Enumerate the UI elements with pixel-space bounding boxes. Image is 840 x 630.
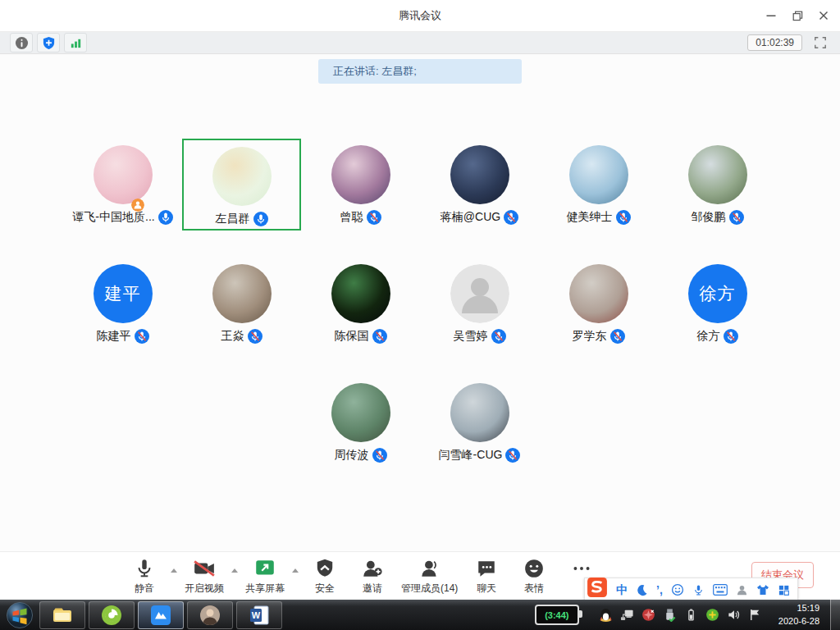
taskbar-app-contacts[interactable] [187, 601, 233, 629]
toolbox-icon[interactable] [778, 584, 790, 596]
participant-avatar [569, 145, 628, 204]
participant-name-row: 健美绅士 [567, 210, 631, 225]
voice-input-icon[interactable] [692, 584, 705, 596]
participant-name-row: 徐方 [697, 329, 738, 344]
participant-name: 王焱 [221, 329, 244, 344]
participant-tile[interactable]: 吴雪婷 [420, 258, 539, 349]
participant-tile[interactable]: 谭飞-中国地质... [63, 139, 182, 231]
window-title: 腾讯会议 [399, 8, 441, 23]
mic-on-icon [158, 210, 173, 225]
emoji-icon [523, 557, 545, 580]
emoji-input-icon[interactable] [671, 583, 684, 596]
mic-on-icon [253, 212, 268, 226]
security-shield-icon[interactable] [37, 33, 60, 52]
battery-timer-badge[interactable]: (3:44) [535, 605, 579, 625]
toolbar-chat-button[interactable]: 聊天 [465, 557, 508, 596]
caret-up-icon[interactable] [231, 568, 238, 573]
participant-tile[interactable]: 左昌群 [182, 139, 301, 231]
taskbar-app-browser-360[interactable] [89, 601, 135, 629]
participant-name-row: 邹俊鹏 [692, 210, 744, 225]
user-dict-icon[interactable] [736, 584, 748, 596]
ime-bar: 中’, [584, 578, 798, 602]
toolbar-invite-button[interactable]: 邀请 [351, 557, 394, 596]
usb-safe-icon[interactable] [662, 607, 678, 623]
toolbar-button-label: 共享屏幕 [245, 582, 285, 596]
participant-name: 健美绅士 [567, 210, 613, 225]
mic-muted-icon [491, 329, 506, 344]
participant-tile[interactable]: 陈保国 [301, 258, 420, 349]
statusbar: 01:02:39 [0, 32, 840, 54]
participant-name: 周传波 [335, 448, 369, 463]
participant-avatar: 建平 [94, 264, 153, 323]
close-button[interactable] [810, 0, 837, 31]
participant-tile[interactable]: 蒋楠@CUG [420, 139, 539, 231]
taskbar-app-explorer[interactable] [39, 601, 85, 629]
toolbar-microphone-button[interactable]: 静音 [123, 557, 166, 596]
participant-tile[interactable]: 闫雪峰-CUG [420, 377, 539, 468]
toolbar-button-label: 管理成员(14) [401, 582, 458, 596]
clock-time: 15:19 [778, 602, 819, 614]
participant-name: 闫雪峰-CUG [439, 448, 503, 463]
participant-avatar [212, 147, 272, 206]
toolbar-button-label: 邀请 [363, 582, 382, 596]
qq-icon[interactable] [598, 607, 614, 623]
participant-tile[interactable]: 罗学东 [539, 258, 658, 349]
participant-avatar [94, 145, 153, 204]
start-button[interactable] [2, 600, 38, 630]
participant-avatar [331, 383, 390, 442]
participant-avatar [331, 264, 390, 323]
participant-tile[interactable]: 曾聪 [301, 139, 420, 231]
taskbar-app-tencent-meeting[interactable] [138, 601, 184, 629]
participant-name-row: 谭飞-中国地质... [72, 210, 172, 225]
fullscreen-button[interactable] [810, 34, 830, 52]
toolbar-security-button[interactable]: 安全 [304, 557, 346, 596]
participant-tile[interactable]: 邹俊鹏 [658, 139, 777, 231]
restore-button[interactable] [784, 0, 810, 31]
participant-avatar [212, 264, 272, 323]
show-desktop-button[interactable] [830, 600, 840, 630]
mic-muted-icon [504, 210, 518, 225]
network-icon[interactable] [619, 607, 635, 623]
sogou-logo-icon[interactable] [587, 577, 608, 598]
participant-avatar [450, 383, 509, 442]
participant-name-row: 周传波 [335, 448, 387, 463]
toolbar-share-screen-button[interactable]: 共享屏幕 [243, 557, 287, 596]
caret-up-icon[interactable] [292, 568, 299, 573]
participant-tile[interactable]: 徐方徐方 [658, 258, 777, 349]
antivirus-icon[interactable] [641, 607, 656, 623]
mic-muted-icon [616, 210, 631, 225]
toolbar-button-label: 聊天 [477, 582, 496, 596]
status-icons [10, 33, 87, 52]
taskbar-clock[interactable]: 15:19 2020-6-28 [778, 602, 819, 628]
participant-avatar [569, 264, 628, 323]
minimize-button[interactable] [758, 0, 784, 31]
participant-name-row: 吴雪婷 [454, 329, 506, 344]
participant-name: 曾聪 [340, 210, 363, 225]
participant-tile[interactable]: 周传波 [301, 377, 420, 468]
caret-up-icon[interactable] [171, 568, 177, 573]
battery-icon[interactable] [683, 607, 699, 623]
skin-icon[interactable] [756, 583, 769, 596]
360-safe-icon[interactable] [705, 607, 720, 623]
participant-tile[interactable]: 建平陈建平 [63, 258, 182, 349]
participant-name-row: 王焱 [221, 329, 262, 344]
network-signal-icon[interactable] [64, 33, 87, 52]
night-mode-icon[interactable] [636, 584, 648, 596]
participant-tile[interactable]: 王焱 [182, 258, 301, 349]
punctuation-icon[interactable]: ’, [656, 584, 663, 596]
chinese-mode-icon[interactable]: 中 [616, 584, 628, 596]
toolbar-button-label: 表情 [524, 582, 544, 596]
microphone-icon [134, 557, 155, 580]
info-icon[interactable] [10, 33, 33, 52]
toolbar-emoji-button[interactable]: 表情 [513, 557, 555, 596]
flag-icon[interactable] [747, 607, 763, 623]
main-area: 正在讲话: 左昌群; 谭飞-中国地质...左昌群曾聪蒋楠@CUG健美绅士邹俊鹏建… [0, 55, 840, 551]
keyboard-icon[interactable] [713, 584, 728, 596]
toolbar-camera-off-button[interactable]: 开启视频 [182, 557, 226, 596]
taskbar-app-word[interactable]: W [236, 601, 282, 629]
volume-icon[interactable] [726, 607, 742, 623]
toolbar-members-button[interactable]: 管理成员(14) [399, 557, 460, 596]
meeting-timer: 01:02:39 [747, 34, 802, 51]
participant-name: 谭飞-中国地质... [72, 210, 154, 225]
participant-tile[interactable]: 健美绅士 [539, 139, 658, 231]
